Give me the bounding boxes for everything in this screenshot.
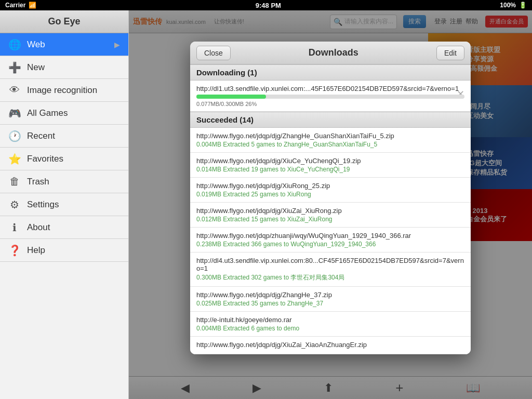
- download-url: http://e-intuit.hk/goeye/demo.rar: [196, 316, 464, 324]
- sidebar-item-about[interactable]: ℹ About: [0, 216, 128, 239]
- games-icon: 🎮: [8, 107, 21, 119]
- star-icon: ⭐: [8, 153, 21, 165]
- status-bar-right: 100% 🔋: [500, 2, 527, 9]
- list-item: http://www.flygo.net/jdqp/djg/XiuCe_YuCh…: [190, 153, 471, 178]
- status-bar: Carrier 📶 9:48 PM 100% 🔋: [0, 0, 532, 10]
- sidebar-label-all-games: All Games: [27, 108, 68, 118]
- download-url: http://www.flygo.net/jdqp/djg/ZhangHe_37…: [196, 291, 464, 299]
- succeeded-section-header: Succeeded (14): [190, 112, 471, 128]
- download-url: http://dl4.ut3.sendfile.vip.xunlei.com:8…: [196, 257, 464, 272]
- sidebar-item-recent[interactable]: 🕐 Recent: [0, 125, 128, 148]
- list-item: http://www.flygo.net/jdqp/djg/XiuRong_25…: [190, 178, 471, 203]
- list-item: http://www.flygo.net/jdqp/djg/XiuZai_Xiu…: [190, 203, 471, 228]
- sidebar-item-favorites[interactable]: ⭐ Favorites: [0, 148, 128, 170]
- sidebar-label-web: Web: [27, 39, 45, 50]
- battery-label: 100%: [500, 2, 516, 9]
- help-icon: ❓: [8, 244, 21, 257]
- sidebar-label-image-recognition: Image recognition: [27, 85, 97, 96]
- sidebar-label-help: Help: [27, 245, 45, 256]
- download-info: 0.025MB Extracted 35 games to ZhangHe_37: [196, 300, 464, 307]
- content-area: 迅雷快传 kuai.xunlei.com 让你快速传! 🔍 请输入搜索内容...…: [129, 10, 532, 399]
- sidebar-label-trash: Trash: [27, 177, 49, 187]
- sidebar-label-new: New: [27, 62, 45, 73]
- downloads-modal: Close Downloads Edit Downloading (1) htt…: [190, 42, 471, 354]
- sidebar-label-settings: Settings: [27, 200, 59, 210]
- list-item: http://www.flygo.net/jdqp/zhuanji/wqy/Wu…: [190, 228, 471, 252]
- battery-icon: 🔋: [519, 2, 527, 9]
- clock-icon: 🕐: [8, 130, 21, 142]
- sidebar-item-settings[interactable]: ⚙ Settings: [0, 193, 128, 216]
- status-bar-left: Carrier 📶: [5, 2, 36, 9]
- wifi-icon: 📶: [29, 2, 36, 9]
- sidebar-item-image-recognition[interactable]: 👁 Image recognition: [0, 79, 128, 102]
- download-info: 0.004MB Extracted 6 games to demo: [196, 325, 464, 332]
- downloading-section-header: Downloading (1): [190, 64, 471, 81]
- download-info: 0.019MB Extracted 25 games to XiuRong: [196, 191, 464, 198]
- sidebar-label-recent: Recent: [27, 131, 55, 141]
- list-item: http://www.flygo.net/jdqp/djg/XiuZai_Xia…: [190, 337, 471, 354]
- list-item: http://dl4.ut3.sendfile.vip.xunlei.com:8…: [190, 252, 471, 287]
- download-url: http://www.flygo.net/jdqp/djg/XiuRong_25…: [196, 182, 464, 190]
- new-icon: ➕: [8, 61, 21, 74]
- download-info: 0.238MB Extracted 366 games to WuQingYua…: [196, 241, 464, 248]
- chevron-right-icon: ▶: [114, 41, 120, 49]
- list-item: http://e-intuit.hk/goeye/demo.rar 0.004M…: [190, 312, 471, 337]
- download-url: http://www.flygo.net/jdqp/zhuanji/wqy/Wu…: [196, 232, 464, 240]
- edit-button[interactable]: Edit: [436, 46, 464, 60]
- sidebar-item-web[interactable]: 🌐 Web ▶: [0, 33, 128, 56]
- download-url: http://www.flygo.net/jdqp/djg/XiuZai_Xia…: [196, 341, 464, 349]
- info-icon: ℹ: [8, 221, 21, 234]
- download-info: 0.300MB Extracted 302 games to 李世石对局集304…: [196, 273, 464, 282]
- modal-header: Close Downloads Edit: [190, 42, 471, 64]
- active-download-item: http://dl1.ut3.sendfile.vip.xunlei.com:.…: [190, 81, 471, 112]
- close-button[interactable]: Close: [196, 46, 231, 60]
- gear-icon: ⚙: [8, 198, 21, 211]
- eye-icon: 👁: [8, 84, 21, 96]
- modal-title: Downloads: [231, 47, 436, 58]
- sidebar-item-all-games[interactable]: 🎮 All Games: [0, 102, 128, 125]
- download-info: 0.014MB Extracted 19 games to XiuCe_YuCh…: [196, 166, 464, 173]
- progress-text: 0.077MB/0.300MB 26%: [196, 101, 464, 107]
- sidebar: Go Eye 🌐 Web ▶ ➕ New 👁 Image recognition…: [0, 10, 129, 399]
- app-title: Go Eye: [0, 10, 128, 33]
- sidebar-label-favorites: Favorites: [27, 154, 63, 164]
- sidebar-label-about: About: [27, 222, 50, 233]
- time-label: 9:48 PM: [256, 2, 281, 9]
- active-download-url: http://dl1.ut3.sendfile.vip.xunlei.com:.…: [196, 85, 464, 92]
- download-info: 0.004MB Extracted 5 games to ZhangHe_Gua…: [196, 141, 464, 148]
- download-url: http://www.flygo.net/jdqp/djg/ZhangHe_Gu…: [196, 132, 464, 140]
- modal-content[interactable]: Downloading (1) http://dl1.ut3.sendfile.…: [190, 64, 471, 354]
- download-url: http://www.flygo.net/jdqp/djg/XiuZai_Xiu…: [196, 207, 464, 215]
- main-layout: Go Eye 🌐 Web ▶ ➕ New 👁 Image recognition…: [0, 10, 532, 399]
- trash-icon: 🗑: [8, 176, 21, 188]
- list-item: http://www.flygo.net/jdqp/djg/ZhangHe_Gu…: [190, 128, 471, 153]
- modal-overlay: Close Downloads Edit Downloading (1) htt…: [129, 10, 532, 399]
- download-info: 0.012MB Extracted 15 games to XiuZai_Xiu…: [196, 216, 464, 223]
- sidebar-item-trash[interactable]: 🗑 Trash: [0, 170, 128, 193]
- web-icon: 🌐: [8, 38, 21, 51]
- download-url: http://www.flygo.net/jdqp/djg/XiuCe_YuCh…: [196, 157, 464, 165]
- progress-bar-container: [196, 95, 464, 99]
- progress-bar-fill: [196, 95, 266, 99]
- list-item: http://www.flygo.net/jdqp/djg/ZhangHe_37…: [190, 287, 471, 312]
- carrier-label: Carrier: [5, 2, 25, 9]
- sidebar-item-help[interactable]: ❓ Help: [0, 239, 128, 262]
- sidebar-item-new[interactable]: ➕ New: [0, 56, 128, 79]
